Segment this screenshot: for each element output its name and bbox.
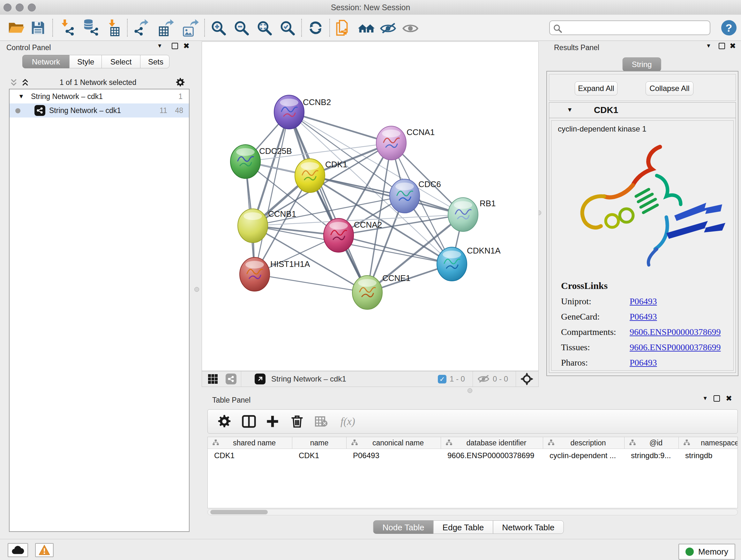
show-columns-button[interactable] [242, 414, 257, 429]
show-selected-button[interactable] [402, 19, 419, 37]
crosslink-link[interactable]: 9606.ENSP00000378699 [630, 342, 721, 353]
node-CCNB2[interactable] [274, 95, 304, 129]
table-settings-button[interactable] [217, 414, 232, 429]
horizontal-splitter-handle[interactable] [468, 388, 472, 393]
column-header-database-identifier[interactable]: database identifier [441, 437, 543, 449]
panel-close-icon[interactable]: ✖ [730, 42, 736, 51]
export-table-button[interactable] [158, 19, 175, 37]
import-table-file-button[interactable] [105, 19, 122, 37]
import-network-database-button[interactable] [82, 19, 99, 37]
node-CDC6[interactable] [390, 179, 420, 213]
table-cell[interactable]: stringdb:9... [624, 449, 679, 462]
crosslink-link[interactable]: P06493 [630, 358, 657, 368]
column-header-description[interactable]: description [543, 437, 624, 449]
export-network-button[interactable] [133, 19, 150, 37]
crosslink-link[interactable]: P06493 [630, 296, 657, 307]
grid-view-icon[interactable] [207, 373, 219, 385]
collapse-all-button[interactable]: Collapse All [646, 81, 693, 96]
collection-label: String Network – cdk1 [31, 92, 103, 101]
tab-network-table[interactable]: Network Table [493, 520, 563, 534]
delete-column-button[interactable] [290, 414, 306, 429]
node-HIST1H1A[interactable] [240, 257, 270, 291]
delete-table-button[interactable] [314, 414, 330, 429]
node-CDC25B[interactable] [230, 145, 260, 179]
node-CCNA2[interactable] [324, 219, 354, 252]
table-cell[interactable]: stringdb [679, 449, 738, 462]
tab-style[interactable]: Style [69, 55, 102, 68]
crosslink-link[interactable]: 9606.ENSP00000378699 [630, 327, 721, 337]
tab-string[interactable]: String [623, 57, 661, 71]
vertical-splitter-handle[interactable] [194, 287, 199, 292]
network-tree: ▼ String Network – cdk1 1 String Network… [9, 89, 190, 532]
zoom-selected-button[interactable] [279, 19, 296, 37]
birdseye-crosshair-icon[interactable] [521, 373, 533, 385]
tab-edge-table[interactable]: Edge Table [433, 520, 493, 534]
zoom-in-button[interactable] [210, 19, 227, 37]
edge-HIST1H1A-CCNE1[interactable] [255, 274, 367, 293]
help-button[interactable]: ? [721, 20, 737, 36]
add-column-button[interactable] [266, 414, 281, 429]
column-header-shared-name[interactable]: shared name [208, 437, 292, 449]
search-input[interactable] [564, 22, 706, 35]
help-glyph: ? [726, 22, 732, 34]
clone-network-button[interactable] [335, 19, 352, 37]
toolbar-divider [473, 371, 473, 387]
node-CCNE1[interactable] [352, 275, 382, 309]
tab-select[interactable]: Select [102, 55, 140, 68]
panel-menu-dropdown-icon[interactable]: ▼ [702, 395, 708, 401]
table-cell[interactable]: cyclin-dependent ... [543, 449, 624, 462]
string-view-icon[interactable] [226, 374, 237, 384]
tab-network[interactable]: Network [22, 55, 70, 68]
selected-checkbox-icon[interactable]: ✓ [438, 375, 447, 383]
network-canvas[interactable]: CCNB2CCNA1CDC25BCDK1CDC6RB1CCNB1CCNA2CDK… [202, 42, 539, 371]
panel-menu-dropdown-icon[interactable]: ▼ [157, 43, 162, 49]
edge-CCNB2-HIST1H1A[interactable] [255, 112, 289, 274]
column-header-name[interactable]: name [292, 437, 347, 449]
panel-menu-dropdown-icon[interactable]: ▼ [706, 43, 711, 49]
panel-float-icon[interactable] [172, 43, 178, 51]
tab-sets[interactable]: Sets [140, 55, 170, 68]
gene-header-row[interactable]: ▼ CDK1 [549, 103, 736, 118]
memory-button[interactable]: Memory [678, 544, 735, 560]
node-CCNA1[interactable] [376, 126, 406, 160]
network-options-gear-icon[interactable] [176, 78, 185, 87]
refresh-layout-button[interactable] [307, 19, 324, 37]
column-header-canonical-name[interactable]: canonical name [347, 437, 441, 449]
node-CDKN1A[interactable] [437, 247, 467, 281]
edge-CCNB2-CCNA1[interactable] [289, 112, 391, 143]
function-builder-icon[interactable]: f(x) [340, 416, 355, 428]
zoom-fit-button[interactable] [256, 19, 273, 37]
panel-close-icon[interactable]: ✖ [726, 394, 732, 403]
cloud-status-button[interactable] [8, 543, 28, 557]
detach-view-icon[interactable] [255, 374, 266, 384]
import-network-file-button[interactable] [58, 19, 75, 37]
scrollbar-thumb[interactable] [210, 510, 268, 514]
crosslink-link[interactable]: P06493 [630, 312, 657, 322]
gene-collapse-caret-icon[interactable]: ▼ [567, 106, 573, 113]
node-CDK1[interactable] [295, 159, 325, 192]
table-cell[interactable]: CDK1 [208, 449, 292, 462]
table-cell[interactable]: P06493 [347, 449, 441, 462]
network-row[interactable]: String Network – cdk1 11 48 [10, 104, 189, 118]
panel-float-icon[interactable] [719, 43, 725, 51]
node-CCNB1[interactable] [238, 209, 268, 243]
panel-close-icon[interactable]: ✖ [183, 42, 190, 51]
warnings-button[interactable] [35, 543, 54, 557]
export-image-button[interactable] [182, 19, 199, 37]
panel-float-icon[interactable] [714, 395, 720, 403]
open-session-button[interactable] [8, 19, 25, 37]
hide-selected-button[interactable] [380, 19, 397, 37]
table-row[interactable]: CDK1CDK1P064939606.ENSP00000378699cyclin… [208, 449, 738, 462]
node-RB1[interactable] [448, 198, 478, 232]
show-all-networks-button[interactable] [357, 19, 375, 37]
table-cell[interactable]: CDK1 [292, 449, 347, 462]
column-header--id[interactable]: @id [624, 437, 679, 449]
column-header-namespace[interactable]: namespace [679, 437, 738, 449]
expand-all-button[interactable]: Expand All [575, 81, 617, 96]
table-cell[interactable]: 9606.ENSP00000378699 [441, 449, 543, 462]
tab-node-table[interactable]: Node Table [374, 520, 434, 534]
save-session-button[interactable] [30, 19, 47, 37]
collection-caret-icon[interactable]: ▼ [18, 93, 24, 100]
network-collection-row[interactable]: ▼ String Network – cdk1 1 [10, 89, 189, 104]
zoom-out-button[interactable] [233, 19, 250, 37]
